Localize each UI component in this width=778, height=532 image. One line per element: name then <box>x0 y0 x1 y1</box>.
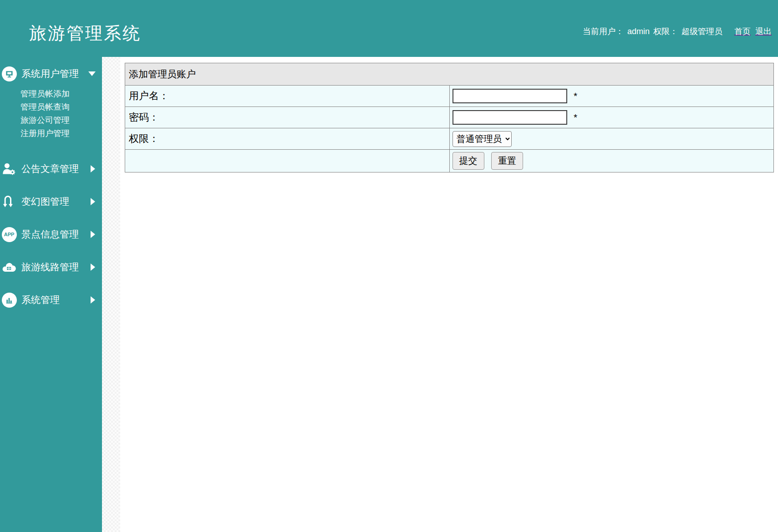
permission-select[interactable]: 普通管理员 <box>453 131 512 147</box>
sidebar-submenu-system-users: 管理员帐添加 管理员帐查询 旅游公司管理 注册用户管理 <box>0 87 102 140</box>
bar-chart-circle-icon <box>0 291 18 309</box>
main-content: 添加管理员账户 用户名： * 密码： * 权限： <box>120 57 778 532</box>
submenu-item-registered-users[interactable]: 注册用户管理 <box>20 127 102 140</box>
table-row: 用户名： * <box>125 86 774 107</box>
chevron-right-icon <box>91 296 95 304</box>
chevron-right-icon <box>91 231 95 238</box>
app-header: 旅游管理系统 当前用户： admin 权限： 超级管理员 首页 退出 <box>0 0 778 57</box>
sidebar-item-announcements[interactable]: 公告文章管理 <box>0 159 102 179</box>
form-title: 添加管理员账户 <box>125 63 774 86</box>
chevron-right-icon <box>91 263 95 271</box>
sidebar-item-attractions[interactable]: APP 景点信息管理 <box>0 224 102 244</box>
background-texture-strip <box>102 57 120 532</box>
swap-arrows-icon <box>0 193 18 210</box>
sidebar-item-label: 旅游线路管理 <box>21 261 79 274</box>
current-user-label: 当前用户： <box>583 26 624 37</box>
submit-button[interactable]: 提交 <box>453 152 484 170</box>
role-label: 权限： <box>653 26 678 37</box>
submenu-item-admin-add[interactable]: 管理员帐添加 <box>20 87 102 101</box>
username-field[interactable] <box>453 89 567 103</box>
logout-link[interactable]: 退出 <box>755 26 772 37</box>
form-header-row: 添加管理员账户 <box>125 63 774 86</box>
sidebar-item-label: 公告文章管理 <box>21 162 79 175</box>
reset-button[interactable]: 重置 <box>491 152 523 170</box>
table-row: 权限： 普通管理员 <box>125 128 774 150</box>
sidebar-item-label: 系统用户管理 <box>21 67 79 80</box>
current-user-value: admin <box>627 27 650 36</box>
cloud-icon <box>0 258 18 276</box>
empty-cell <box>125 150 450 172</box>
monitor-circle-icon <box>0 65 18 82</box>
page-body: 系统用户管理 管理员帐添加 管理员帐查询 旅游公司管理 注册用户管理 <box>0 57 778 532</box>
sidebar: 系统用户管理 管理员帐添加 管理员帐查询 旅游公司管理 注册用户管理 <box>0 57 102 532</box>
sidebar-item-system-users[interactable]: 系统用户管理 <box>0 64 102 84</box>
app-icon-label: APP <box>4 232 15 237</box>
username-label: 用户名： <box>125 86 450 107</box>
sidebar-item-banner-images[interactable]: 变幻图管理 <box>0 192 102 212</box>
permission-label: 权限： <box>125 128 450 150</box>
table-row: 提交 重置 <box>125 150 774 172</box>
password-field[interactable] <box>453 110 567 125</box>
table-row: 密码： * <box>125 107 774 128</box>
add-admin-form-table: 添加管理员账户 用户名： * 密码： * 权限： <box>125 63 774 172</box>
role-value: 超级管理员 <box>681 26 722 37</box>
sidebar-item-travel-routes[interactable]: 旅游线路管理 <box>0 257 102 277</box>
home-link[interactable]: 首页 <box>734 26 751 37</box>
chevron-right-icon <box>91 198 95 205</box>
required-asterisk: * <box>574 112 577 122</box>
sidebar-item-label: 景点信息管理 <box>21 228 79 241</box>
chevron-right-icon <box>91 165 95 172</box>
sidebar-item-label: 变幻图管理 <box>21 195 69 208</box>
password-label: 密码： <box>125 107 450 128</box>
header-user-info: 当前用户： admin 权限： 超级管理员 首页 退出 <box>583 26 772 37</box>
submenu-item-admin-query[interactable]: 管理员帐查询 <box>20 101 102 114</box>
app-circle-icon: APP <box>0 226 18 243</box>
submenu-item-travel-company[interactable]: 旅游公司管理 <box>20 114 102 127</box>
sidebar-item-label: 系统管理 <box>21 294 60 306</box>
page-title: 旅游管理系统 <box>29 22 141 45</box>
chevron-down-icon <box>88 71 96 76</box>
user-gear-icon <box>0 160 18 177</box>
required-asterisk: * <box>574 91 577 101</box>
sidebar-item-system-management[interactable]: 系统管理 <box>0 290 102 310</box>
